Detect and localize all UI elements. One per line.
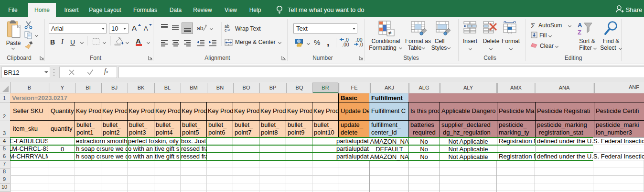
svg-text:≠: ≠ [388, 30, 392, 36]
svg-text:A: A [578, 22, 582, 29]
svg-text:ab: ab [197, 25, 204, 32]
svg-text:.00: .00 [342, 42, 349, 47]
svg-text:c: c [225, 28, 227, 32]
svg-text:Z: Z [578, 29, 581, 36]
